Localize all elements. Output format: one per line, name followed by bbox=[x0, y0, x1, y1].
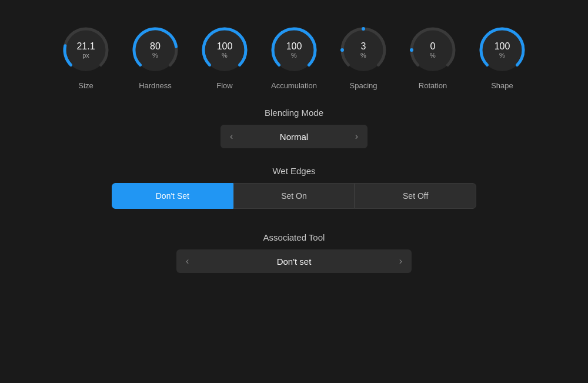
knob-rotation[interactable]: 0%Rotation bbox=[406, 24, 459, 90]
knob-size[interactable]: 21.1pxSize bbox=[59, 24, 112, 90]
associated-tool-prev[interactable]: ‹ bbox=[182, 254, 192, 269]
knob-value-spacing: 3 bbox=[360, 41, 366, 52]
knob-label-rotation: 0% bbox=[430, 41, 436, 59]
wet-edges-set-on-button[interactable]: Set On bbox=[233, 183, 355, 209]
knob-label-shape: 100% bbox=[495, 41, 510, 59]
svg-point-5 bbox=[340, 48, 344, 52]
knob-title-flow: Flow bbox=[216, 81, 232, 90]
knob-unit-spacing: % bbox=[360, 52, 366, 59]
knob-wrap-flow: 100% bbox=[198, 24, 251, 76]
blending-mode-title: Blending Mode bbox=[265, 108, 323, 118]
knob-title-rotation: Rotation bbox=[419, 81, 447, 90]
knob-unit-shape: % bbox=[495, 52, 510, 59]
knob-unit-rotation: % bbox=[430, 52, 436, 59]
knob-unit-flow: % bbox=[217, 52, 233, 59]
svg-point-8 bbox=[410, 48, 413, 52]
knob-title-hardness: Hardness bbox=[139, 81, 172, 90]
knob-wrap-accumulation: 100% bbox=[268, 24, 320, 76]
knob-flow[interactable]: 100%Flow bbox=[198, 24, 251, 90]
knob-shape[interactable]: 100%Shape bbox=[476, 24, 529, 90]
knob-value-shape: 100 bbox=[495, 41, 510, 52]
knob-unit-hardness: % bbox=[150, 52, 161, 59]
blending-mode-prev[interactable]: ‹ bbox=[226, 129, 236, 144]
blending-mode-selector[interactable]: ‹ Normal › bbox=[220, 125, 368, 148]
knob-title-shape: Shape bbox=[491, 81, 513, 90]
blending-mode-next[interactable]: › bbox=[352, 129, 362, 144]
knob-label-accumulation: 100% bbox=[286, 41, 302, 59]
knob-value-rotation: 0 bbox=[430, 41, 436, 52]
knob-spacing[interactable]: 3%Spacing bbox=[337, 24, 390, 90]
associated-tool-value: Don't set bbox=[277, 257, 312, 267]
knob-accumulation[interactable]: 100%Accumulation bbox=[268, 24, 320, 90]
associated-tool-selector[interactable]: ‹ Don't set › bbox=[176, 249, 412, 273]
knob-wrap-hardness: 80% bbox=[129, 24, 182, 76]
knob-wrap-size: 21.1px bbox=[59, 24, 112, 76]
knob-label-flow: 100% bbox=[217, 41, 233, 59]
blending-mode-section: Blending Mode ‹ Normal › bbox=[171, 108, 417, 148]
knob-wrap-rotation: 0% bbox=[406, 24, 459, 76]
knob-value-hardness: 80 bbox=[150, 41, 161, 52]
knob-value-size: 21.1 bbox=[76, 41, 95, 52]
knob-unit-size: px bbox=[76, 52, 95, 59]
knobs-row: 21.1pxSize 80%Hardness 100%Flow bbox=[12, 24, 576, 90]
knob-value-accumulation: 100 bbox=[286, 41, 302, 52]
wet-edges-dont-set-button[interactable]: Don't Set bbox=[112, 183, 233, 209]
blending-mode-value: Normal bbox=[280, 132, 308, 142]
associated-tool-section: Associated Tool ‹ Don't set › bbox=[171, 232, 417, 273]
knob-label-size: 21.1px bbox=[76, 41, 95, 59]
knob-label-spacing: 3% bbox=[360, 41, 366, 59]
wet-edges-set-off-button[interactable]: Set Off bbox=[355, 183, 476, 209]
svg-point-6 bbox=[362, 27, 365, 31]
associated-tool-next[interactable]: › bbox=[396, 254, 406, 269]
wet-edges-buttons: Don't SetSet OnSet Off bbox=[112, 183, 476, 209]
knob-wrap-spacing: 3% bbox=[337, 24, 390, 76]
wet-edges-section: Wet Edges Don't SetSet OnSet Off bbox=[171, 166, 417, 209]
knob-title-accumulation: Accumulation bbox=[271, 81, 317, 90]
knob-title-spacing: Spacing bbox=[350, 81, 377, 90]
knob-title-size: Size bbox=[78, 81, 93, 90]
knob-unit-accumulation: % bbox=[286, 52, 302, 59]
wet-edges-title: Wet Edges bbox=[272, 166, 315, 176]
knob-label-hardness: 80% bbox=[150, 41, 161, 59]
associated-tool-title: Associated Tool bbox=[263, 232, 325, 242]
knob-value-flow: 100 bbox=[217, 41, 233, 52]
knob-hardness[interactable]: 80%Hardness bbox=[129, 24, 182, 90]
knob-wrap-shape: 100% bbox=[476, 24, 529, 76]
